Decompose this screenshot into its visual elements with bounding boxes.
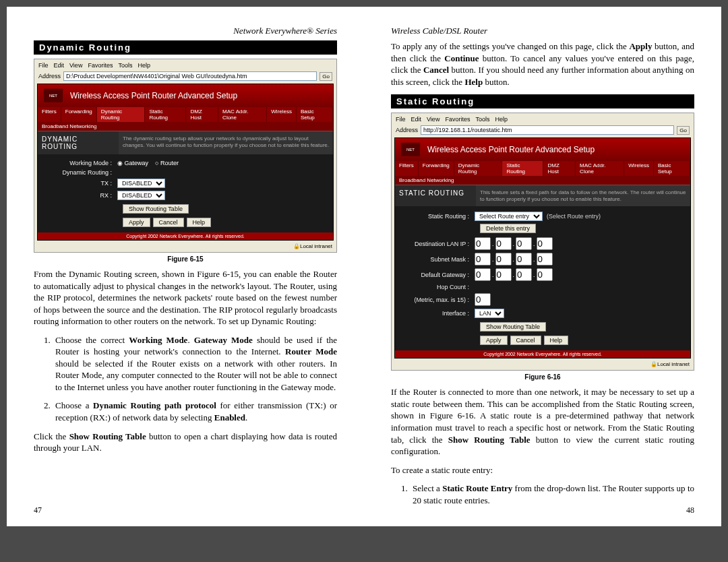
figure-6-15: File Edit View Favorites Tools Help Addr… (34, 59, 337, 253)
ip-octet[interactable] (475, 253, 491, 266)
interface-label: Interface : (400, 310, 475, 317)
address-label: Address (396, 127, 418, 133)
show-routing-table-button[interactable]: Show Routing Table (123, 204, 189, 214)
ip-octet[interactable] (537, 237, 553, 250)
ip-octet[interactable] (495, 253, 512, 266)
static-routing-label: Static Routing : (400, 213, 475, 220)
section-heading-dynamic-routing: Dynamic Routing (34, 40, 337, 55)
ip-octet[interactable] (537, 268, 553, 281)
tab-dynamic-routing[interactable]: Dynamic Routing (454, 161, 503, 176)
hop-count-input[interactable] (475, 293, 491, 306)
panel-description: The dynamic routing setup allows your ne… (119, 131, 333, 154)
browser-addressbar: Address D:\Product Development\NW4401\Or… (36, 70, 335, 82)
paragraph: Click the Show Routing Table button to o… (34, 431, 337, 454)
cancel-button[interactable]: Cancel (510, 336, 541, 345)
show-routing-table-button[interactable]: Show Routing Table (480, 322, 546, 332)
tab-mac-clone[interactable]: MAC Addr. Clone (576, 161, 624, 176)
tab-wireless[interactable]: Wireless (267, 107, 297, 122)
tab-filters[interactable]: Filters (395, 161, 419, 176)
document-spread: Network Everywhere® Series Dynamic Routi… (7, 7, 721, 526)
address-field[interactable]: D:\Product Development\NW4401\Original W… (63, 71, 317, 81)
hop-count-label: Hop Count : (400, 284, 475, 290)
ip-octet[interactable] (516, 253, 532, 266)
tab-forwarding[interactable]: Forwarding (419, 161, 454, 176)
network-everywhere-logo: NET (43, 88, 63, 103)
go-button[interactable]: Go (677, 126, 690, 135)
tab-filters[interactable]: Filters (38, 107, 61, 122)
router-tabs: Filters Forwarding Dynamic Routing Stati… (38, 107, 333, 122)
page-number: 48 (686, 505, 694, 516)
panel-header-row: DYNAMIC ROUTING The dynamic routing setu… (38, 131, 333, 154)
section-heading-static-routing: Static Routing (391, 94, 694, 108)
router-header: NET Wireless Access Point Router Advance… (38, 84, 333, 107)
static-routing-form: Static Routing : Select Route entry (Sel… (395, 206, 690, 350)
go-button[interactable]: Go (320, 72, 332, 81)
paragraph: From the Dynamic Routing screen, shown i… (34, 268, 337, 327)
tx-select[interactable]: DISABLED (117, 179, 165, 188)
router-tabs: Filters Forwarding Dynamic Routing Stati… (395, 161, 690, 176)
router-radio[interactable]: ○ Router (155, 160, 179, 166)
address-field[interactable]: http://192.168.1.1/routestatic.htm (421, 125, 674, 135)
router-ui: NET Wireless Access Point Router Advance… (394, 137, 691, 358)
rx-select[interactable]: DISABLED (117, 191, 165, 200)
route-entry-hint: (Select Route entry) (547, 213, 601, 220)
broadband-banner: Broadband Networking (38, 122, 333, 131)
figure-caption-6-15: Figure 6-15 (34, 255, 337, 263)
tx-label: TX : (43, 180, 117, 187)
gateway-radio[interactable]: ◉ Gateway (117, 160, 148, 166)
tab-dynamic-routing[interactable]: Dynamic Routing (97, 107, 146, 122)
tab-dmz-host[interactable]: DMZ Host (186, 107, 218, 122)
list-item: Choose the correct Working Mode. Gateway… (53, 334, 337, 394)
help-button[interactable]: Help (544, 336, 569, 345)
default-gateway-label: Default Gateway : (400, 272, 475, 278)
tab-static-routing[interactable]: Static Routing (145, 107, 186, 122)
help-button[interactable]: Help (187, 218, 212, 227)
router-title: Wireless Access Point Router Advanced Se… (70, 91, 237, 100)
destination-lan-ip-label: Destination LAN IP : (400, 241, 475, 247)
browser-menubar: FileEditViewFavoritesToolsHelp (393, 115, 692, 124)
working-mode-label: Working Mode : (43, 160, 117, 166)
intro-paragraph: To apply any of the settings you've chan… (391, 40, 694, 88)
subnet-mask-label: Subnet Mask : (400, 256, 475, 263)
ip-octet[interactable] (516, 237, 532, 250)
zone-icon: 🔒 (650, 361, 657, 367)
dynamic-routing-label: Dynamic Routing : (43, 169, 117, 176)
browser-menubar: File Edit View Favorites Tools Help (36, 61, 335, 70)
running-header-right: Wireless Cable/DSL Router (391, 26, 694, 36)
ip-octet[interactable] (475, 237, 491, 250)
router-copyright: Copyright 2002 Network Everywhere. All r… (38, 232, 333, 240)
address-label: Address (38, 73, 61, 80)
tab-mac-clone[interactable]: MAC Addr. Clone (218, 107, 267, 122)
network-everywhere-logo: NET (400, 142, 421, 157)
ip-octet[interactable] (537, 253, 553, 266)
page-47: Network Everywhere® Series Dynamic Routi… (7, 7, 364, 526)
ip-octet[interactable] (475, 268, 491, 281)
body-text-left: From the Dynamic Routing screen, shown i… (34, 268, 337, 454)
figure-6-16: FileEditViewFavoritesToolsHelp Address h… (391, 113, 694, 371)
ip-octet[interactable] (516, 268, 532, 281)
apply-button[interactable]: Apply (123, 218, 150, 227)
interface-select[interactable]: LAN (475, 309, 504, 318)
running-header-left: Network Everywhere® Series (34, 26, 337, 36)
tab-static-routing[interactable]: Static Routing (502, 161, 543, 176)
page-number: 47 (34, 505, 42, 516)
tab-forwarding[interactable]: Forwarding (61, 107, 97, 122)
tab-basic-setup[interactable]: Basic Setup (297, 107, 333, 122)
apply-button[interactable]: Apply (480, 336, 508, 345)
paragraph: To create a static route entry: (391, 464, 694, 476)
tab-wireless[interactable]: Wireless (624, 161, 654, 176)
ip-octet[interactable] (495, 268, 512, 281)
ip-octet[interactable] (495, 237, 512, 250)
list-item: Select a Static Route Entry from the dro… (410, 482, 694, 506)
router-title: Wireless Access Point Router Advanced Se… (427, 145, 595, 154)
cancel-button[interactable]: Cancel (153, 218, 184, 227)
browser-statusbar: 🔒 Local intranet (36, 242, 335, 251)
route-entry-select[interactable]: Select Route entry (475, 212, 543, 221)
page-48: Wireless Cable/DSL Router To apply any o… (364, 7, 721, 526)
hop-count-hint: (Metric, max. is 15) : (400, 296, 475, 303)
tab-dmz-host[interactable]: DMZ Host (543, 161, 576, 176)
delete-entry-button[interactable]: Delete this entry (480, 224, 536, 233)
tab-basic-setup[interactable]: Basic Setup (654, 161, 690, 176)
router-copyright: Copyright 2002 Network Everywhere. All r… (395, 350, 690, 358)
panel-name: STATIC ROUTING (395, 185, 476, 206)
